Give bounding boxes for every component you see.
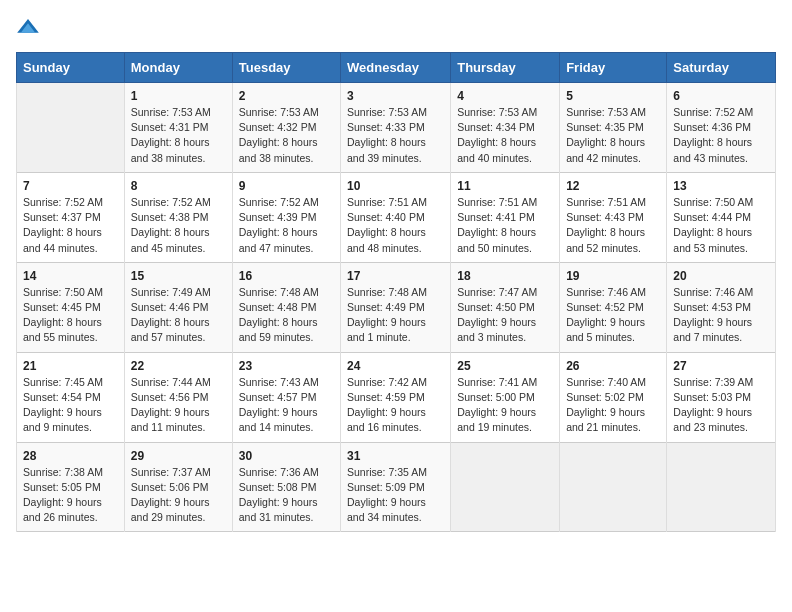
day-info: Sunrise: 7:37 AM Sunset: 5:06 PM Dayligh… (131, 465, 226, 526)
calendar-cell (17, 83, 125, 173)
day-info: Sunrise: 7:43 AM Sunset: 4:57 PM Dayligh… (239, 375, 334, 436)
logo-icon (16, 16, 40, 40)
day-number: 9 (239, 179, 334, 193)
calendar-cell: 17Sunrise: 7:48 AM Sunset: 4:49 PM Dayli… (341, 262, 451, 352)
calendar-table: SundayMondayTuesdayWednesdayThursdayFrid… (16, 52, 776, 532)
day-number: 28 (23, 449, 118, 463)
day-number: 16 (239, 269, 334, 283)
day-info: Sunrise: 7:51 AM Sunset: 4:40 PM Dayligh… (347, 195, 444, 256)
calendar-cell: 9Sunrise: 7:52 AM Sunset: 4:39 PM Daylig… (232, 172, 340, 262)
day-number: 10 (347, 179, 444, 193)
day-info: Sunrise: 7:42 AM Sunset: 4:59 PM Dayligh… (347, 375, 444, 436)
day-number: 19 (566, 269, 660, 283)
day-number: 27 (673, 359, 769, 373)
day-number: 22 (131, 359, 226, 373)
day-info: Sunrise: 7:46 AM Sunset: 4:53 PM Dayligh… (673, 285, 769, 346)
day-info: Sunrise: 7:52 AM Sunset: 4:38 PM Dayligh… (131, 195, 226, 256)
page-header (16, 16, 776, 40)
day-number: 23 (239, 359, 334, 373)
day-info: Sunrise: 7:40 AM Sunset: 5:02 PM Dayligh… (566, 375, 660, 436)
column-header-thursday: Thursday (451, 53, 560, 83)
calendar-cell: 29Sunrise: 7:37 AM Sunset: 5:06 PM Dayli… (124, 442, 232, 532)
day-info: Sunrise: 7:48 AM Sunset: 4:49 PM Dayligh… (347, 285, 444, 346)
calendar-cell (667, 442, 776, 532)
day-number: 12 (566, 179, 660, 193)
day-number: 8 (131, 179, 226, 193)
calendar-cell: 27Sunrise: 7:39 AM Sunset: 5:03 PM Dayli… (667, 352, 776, 442)
column-header-friday: Friday (560, 53, 667, 83)
calendar-cell: 10Sunrise: 7:51 AM Sunset: 4:40 PM Dayli… (341, 172, 451, 262)
week-row-5: 28Sunrise: 7:38 AM Sunset: 5:05 PM Dayli… (17, 442, 776, 532)
day-info: Sunrise: 7:46 AM Sunset: 4:52 PM Dayligh… (566, 285, 660, 346)
calendar-cell: 20Sunrise: 7:46 AM Sunset: 4:53 PM Dayli… (667, 262, 776, 352)
day-info: Sunrise: 7:51 AM Sunset: 4:43 PM Dayligh… (566, 195, 660, 256)
week-row-4: 21Sunrise: 7:45 AM Sunset: 4:54 PM Dayli… (17, 352, 776, 442)
day-info: Sunrise: 7:50 AM Sunset: 4:44 PM Dayligh… (673, 195, 769, 256)
day-info: Sunrise: 7:52 AM Sunset: 4:37 PM Dayligh… (23, 195, 118, 256)
calendar-cell: 5Sunrise: 7:53 AM Sunset: 4:35 PM Daylig… (560, 83, 667, 173)
day-number: 14 (23, 269, 118, 283)
calendar-cell: 1Sunrise: 7:53 AM Sunset: 4:31 PM Daylig… (124, 83, 232, 173)
day-number: 5 (566, 89, 660, 103)
day-info: Sunrise: 7:53 AM Sunset: 4:34 PM Dayligh… (457, 105, 553, 166)
day-number: 6 (673, 89, 769, 103)
day-number: 7 (23, 179, 118, 193)
calendar-cell: 15Sunrise: 7:49 AM Sunset: 4:46 PM Dayli… (124, 262, 232, 352)
calendar-cell: 18Sunrise: 7:47 AM Sunset: 4:50 PM Dayli… (451, 262, 560, 352)
calendar-cell: 21Sunrise: 7:45 AM Sunset: 4:54 PM Dayli… (17, 352, 125, 442)
calendar-cell: 8Sunrise: 7:52 AM Sunset: 4:38 PM Daylig… (124, 172, 232, 262)
calendar-cell (451, 442, 560, 532)
day-number: 26 (566, 359, 660, 373)
column-header-sunday: Sunday (17, 53, 125, 83)
day-info: Sunrise: 7:51 AM Sunset: 4:41 PM Dayligh… (457, 195, 553, 256)
day-number: 15 (131, 269, 226, 283)
day-number: 1 (131, 89, 226, 103)
calendar-cell: 19Sunrise: 7:46 AM Sunset: 4:52 PM Dayli… (560, 262, 667, 352)
calendar-cell: 14Sunrise: 7:50 AM Sunset: 4:45 PM Dayli… (17, 262, 125, 352)
day-info: Sunrise: 7:45 AM Sunset: 4:54 PM Dayligh… (23, 375, 118, 436)
calendar-cell: 23Sunrise: 7:43 AM Sunset: 4:57 PM Dayli… (232, 352, 340, 442)
day-info: Sunrise: 7:36 AM Sunset: 5:08 PM Dayligh… (239, 465, 334, 526)
column-header-wednesday: Wednesday (341, 53, 451, 83)
header-row: SundayMondayTuesdayWednesdayThursdayFrid… (17, 53, 776, 83)
calendar-cell: 30Sunrise: 7:36 AM Sunset: 5:08 PM Dayli… (232, 442, 340, 532)
calendar-cell: 12Sunrise: 7:51 AM Sunset: 4:43 PM Dayli… (560, 172, 667, 262)
day-info: Sunrise: 7:52 AM Sunset: 4:39 PM Dayligh… (239, 195, 334, 256)
calendar-cell: 11Sunrise: 7:51 AM Sunset: 4:41 PM Dayli… (451, 172, 560, 262)
day-info: Sunrise: 7:49 AM Sunset: 4:46 PM Dayligh… (131, 285, 226, 346)
day-number: 31 (347, 449, 444, 463)
calendar-cell: 22Sunrise: 7:44 AM Sunset: 4:56 PM Dayli… (124, 352, 232, 442)
day-number: 25 (457, 359, 553, 373)
calendar-cell: 7Sunrise: 7:52 AM Sunset: 4:37 PM Daylig… (17, 172, 125, 262)
day-info: Sunrise: 7:47 AM Sunset: 4:50 PM Dayligh… (457, 285, 553, 346)
day-info: Sunrise: 7:53 AM Sunset: 4:35 PM Dayligh… (566, 105, 660, 166)
calendar-cell: 28Sunrise: 7:38 AM Sunset: 5:05 PM Dayli… (17, 442, 125, 532)
day-number: 3 (347, 89, 444, 103)
day-number: 21 (23, 359, 118, 373)
day-info: Sunrise: 7:41 AM Sunset: 5:00 PM Dayligh… (457, 375, 553, 436)
day-info: Sunrise: 7:39 AM Sunset: 5:03 PM Dayligh… (673, 375, 769, 436)
calendar-cell: 2Sunrise: 7:53 AM Sunset: 4:32 PM Daylig… (232, 83, 340, 173)
calendar-cell (560, 442, 667, 532)
day-number: 18 (457, 269, 553, 283)
week-row-3: 14Sunrise: 7:50 AM Sunset: 4:45 PM Dayli… (17, 262, 776, 352)
day-info: Sunrise: 7:48 AM Sunset: 4:48 PM Dayligh… (239, 285, 334, 346)
calendar-cell: 31Sunrise: 7:35 AM Sunset: 5:09 PM Dayli… (341, 442, 451, 532)
calendar-cell: 13Sunrise: 7:50 AM Sunset: 4:44 PM Dayli… (667, 172, 776, 262)
day-info: Sunrise: 7:53 AM Sunset: 4:32 PM Dayligh… (239, 105, 334, 166)
week-row-2: 7Sunrise: 7:52 AM Sunset: 4:37 PM Daylig… (17, 172, 776, 262)
calendar-cell: 24Sunrise: 7:42 AM Sunset: 4:59 PM Dayli… (341, 352, 451, 442)
calendar-cell: 16Sunrise: 7:48 AM Sunset: 4:48 PM Dayli… (232, 262, 340, 352)
calendar-cell: 26Sunrise: 7:40 AM Sunset: 5:02 PM Dayli… (560, 352, 667, 442)
day-number: 20 (673, 269, 769, 283)
calendar-cell: 6Sunrise: 7:52 AM Sunset: 4:36 PM Daylig… (667, 83, 776, 173)
calendar-cell: 3Sunrise: 7:53 AM Sunset: 4:33 PM Daylig… (341, 83, 451, 173)
column-header-saturday: Saturday (667, 53, 776, 83)
calendar-body: 1Sunrise: 7:53 AM Sunset: 4:31 PM Daylig… (17, 83, 776, 532)
day-number: 29 (131, 449, 226, 463)
day-number: 13 (673, 179, 769, 193)
day-info: Sunrise: 7:53 AM Sunset: 4:33 PM Dayligh… (347, 105, 444, 166)
day-number: 4 (457, 89, 553, 103)
day-info: Sunrise: 7:50 AM Sunset: 4:45 PM Dayligh… (23, 285, 118, 346)
day-number: 24 (347, 359, 444, 373)
